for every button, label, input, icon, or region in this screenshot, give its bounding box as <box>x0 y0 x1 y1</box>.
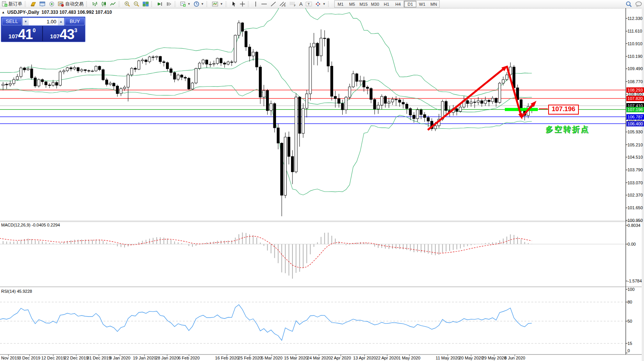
date-label-9: 16 Feb 2020 <box>215 356 239 360</box>
turning-point-annotation[interactable]: 多空转折点 <box>545 124 590 135</box>
candle-body <box>384 97 386 103</box>
candle-body <box>234 35 237 62</box>
candle-body <box>56 82 58 85</box>
sell-price-base: 107 <box>8 33 18 39</box>
candle-body <box>402 102 404 104</box>
price-tick-105.930: 105.930 <box>628 130 644 135</box>
candle-body <box>209 64 211 65</box>
candle-body <box>284 137 286 195</box>
candle-body <box>341 103 343 110</box>
candle-body <box>370 89 372 100</box>
candle-body <box>84 70 86 71</box>
candle-body <box>391 99 394 102</box>
candle-body <box>256 52 258 67</box>
rsi-pane[interactable] <box>0 302 626 343</box>
volume-value[interactable]: 1.00 <box>29 18 58 25</box>
main-pane[interactable] <box>0 0 626 216</box>
macd-signal-line <box>0 236 532 267</box>
buy-price[interactable]: 107433 <box>43 26 84 41</box>
buy-price-base: 107 <box>50 33 60 39</box>
candle-body <box>427 118 429 121</box>
candle-body <box>127 75 129 87</box>
candle-body <box>38 80 40 86</box>
candle-body <box>205 60 208 64</box>
candle-body <box>359 80 361 81</box>
chart-title: ▲ USDJPY-,Daily 107.333 107.483 106.992 … <box>2 10 112 15</box>
candle-body <box>420 110 422 115</box>
candle-body <box>245 31 247 47</box>
date-label-20: 29 May 2020 <box>482 356 506 360</box>
candle-body <box>334 96 337 98</box>
candle-body <box>134 68 136 69</box>
candle-body <box>41 80 43 82</box>
candle-body <box>473 102 476 103</box>
rsi-tick-0: 0 <box>628 348 644 353</box>
candle-body <box>2 84 4 85</box>
sell-price-pips: 41 <box>18 28 33 41</box>
rsi-tick-100: 100 <box>628 287 644 292</box>
volume-increase-button[interactable]: ▲ <box>58 18 64 25</box>
candle-body <box>366 87 368 89</box>
price-tick-103.790: 103.790 <box>628 167 644 172</box>
date-label-8: 6 Feb 2020 <box>178 356 200 360</box>
rsi-tick-80: 80 <box>628 300 644 305</box>
price-badge-106.400[interactable]: 106.400 <box>626 121 644 126</box>
date-label-1: 3 Dec 2019 <box>19 356 40 360</box>
macd-tick-0.8034: 0.8034 <box>628 223 644 228</box>
price-tick-110.910: 110.910 <box>628 41 644 46</box>
sell-price[interactable]: 107410 <box>2 26 43 41</box>
date-label-11: 5 Mar 2020 <box>261 356 283 360</box>
candle-body <box>298 97 301 133</box>
candle-body <box>266 90 268 111</box>
candle-body <box>277 128 279 143</box>
candle-body <box>70 68 72 69</box>
candle-body <box>459 107 462 112</box>
candle-body <box>220 58 222 63</box>
candle-body <box>409 108 411 115</box>
date-label-0: 4 Nov 2019 <box>0 356 19 360</box>
rsi-line <box>0 305 532 340</box>
buy-button[interactable]: BUY <box>65 18 85 25</box>
price-tick-112.330: 112.330 <box>628 16 644 21</box>
candle-body <box>34 78 36 86</box>
candle-body <box>20 68 22 77</box>
price-tick-111.610: 111.610 <box>628 29 644 34</box>
candle-body <box>102 70 104 80</box>
price-badge-106.787[interactable]: 106.787 <box>626 114 644 120</box>
price-tag-annotation[interactable]: 107.196 <box>548 105 579 115</box>
candle-body <box>130 68 133 75</box>
candle-body <box>145 60 147 62</box>
candle-body <box>213 64 215 64</box>
candle-body <box>66 68 69 71</box>
candle-body <box>159 56 161 62</box>
volume-stepper[interactable]: ▼ 1.00 ▲ <box>22 18 64 26</box>
price-tick-105.210: 105.210 <box>628 143 644 148</box>
candle-body <box>27 69 29 70</box>
date-label-13: 24 Mar 2020 <box>307 356 331 360</box>
candle-body <box>173 72 176 79</box>
chart-canvas[interactable] <box>0 0 644 361</box>
candle-body <box>338 98 340 103</box>
candle-body <box>52 82 54 85</box>
highlight-bar[interactable] <box>505 108 538 111</box>
price-badge-108.293[interactable]: 108.293 <box>626 87 644 93</box>
candle-body <box>502 80 504 83</box>
sell-button[interactable]: SELL <box>2 18 22 25</box>
candle-body <box>470 102 472 103</box>
bollinger-lower <box>0 86 532 195</box>
price-badge-107.196[interactable]: 107.196 <box>626 107 644 112</box>
price-tick-109.490: 109.490 <box>628 66 644 71</box>
date-label-14: 2 Apr 2020 <box>330 356 351 360</box>
volume-decrease-button[interactable]: ▼ <box>23 18 29 25</box>
candle-body <box>45 82 47 85</box>
candle-body <box>363 80 365 87</box>
candle-body <box>163 62 165 62</box>
candle-body <box>105 80 108 84</box>
candle-body <box>216 58 219 63</box>
price-badge-107.820[interactable]: 107.820 <box>626 96 644 101</box>
date-label-21: 8 Jun 2020 <box>504 356 525 360</box>
candle-body <box>91 71 94 72</box>
macd-pane[interactable] <box>0 233 626 279</box>
candle-body <box>481 101 483 103</box>
date-label-7: 28 Jan 2020 <box>156 356 179 360</box>
